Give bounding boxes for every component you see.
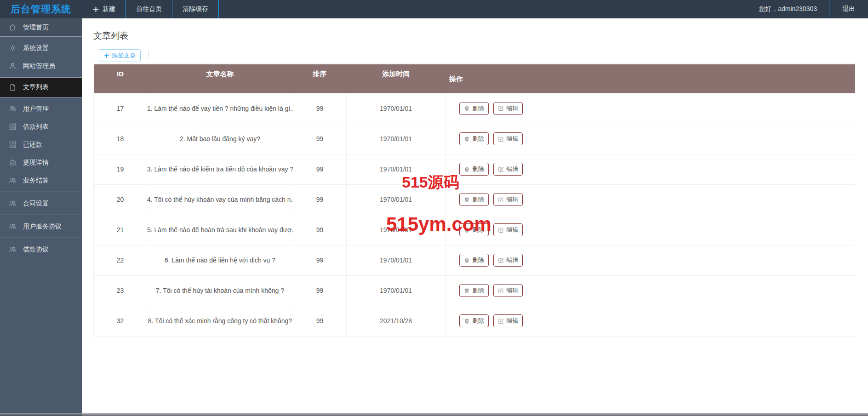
sidebar-item-repaid[interactable]: 已还款 [0,136,82,154]
sidebar-item-loan-agreement[interactable]: 借款协议 [0,240,82,258]
cell-sort: 99 [293,245,347,275]
edit-button[interactable]: 编辑 [493,284,523,297]
sidebar-item-label: 借款列表 [23,123,49,131]
delete-button[interactable]: 删除 [459,132,489,145]
sidebar-item-label: 用户服务协议 [23,222,62,231]
trash-icon [464,105,470,111]
cell-actions: 删除编辑 [445,154,855,184]
cell-sort: 99 [293,275,347,306]
sidebar-item-site-admin[interactable]: 网站管理员 [0,57,82,75]
edit-button[interactable]: 编辑 [493,102,523,115]
delete-button-label: 删除 [472,286,484,295]
delete-button[interactable]: 删除 [459,314,489,327]
delete-button[interactable]: 删除 [459,254,489,267]
delete-button-label: 删除 [472,195,484,204]
table-row: 237. Tôi có thể hủy tài khoản của mình k… [94,275,856,306]
cell-actions: 删除编辑 [445,184,855,215]
cell-id: 18 [94,124,147,154]
edit-button-label: 编辑 [506,317,518,325]
grid-icon [9,123,17,131]
edit-button[interactable]: 编辑 [493,223,523,236]
cell-title: 7. Tôi có thể hủy tài khoản của mình khô… [147,275,293,306]
delete-button-label: 删除 [472,317,484,325]
cell-date: 1970/01/01 [346,275,445,306]
trash-icon [464,197,470,203]
edit-button-label: 编辑 [506,256,518,264]
user-icon [9,62,17,70]
sidebar-item-article-list[interactable]: 文章列表 [0,78,82,97]
sidebar-item-contract-settings[interactable]: 合同设置 [0,194,82,212]
page-title: 文章列表 [93,30,855,48]
topnav-item-go-home[interactable]: 前往首页 [126,0,172,18]
cell-title: 6. Làm thế nào để liên hệ với dịch vụ ? [147,245,293,275]
edit-button[interactable]: 编辑 [493,163,523,176]
edit-icon [498,166,504,172]
delete-button[interactable]: 删除 [459,193,489,206]
cell-sort: 99 [293,154,347,184]
delete-button[interactable]: 删除 [459,223,489,236]
delete-button[interactable]: 删除 [459,163,489,176]
article-table: ID 文章名称 排序 添加时间 操作 171. Làm thế nào để v… [93,64,855,336]
cell-date: 1970/01/01 [346,245,445,275]
sidebar-nav: 管理首页系统设置网站管理员文章列表用户管理借款列表已还款提现详情业务结算合同设置… [0,18,82,261]
sidebar-item-admin-home[interactable]: 管理首页 [0,18,82,36]
table-row: 193. Làm thế nào để kiểm tra tiến độ của… [94,154,856,184]
sidebar-item-label: 已还款 [23,141,42,149]
home-icon [9,23,17,31]
header-sort: 排序 [293,64,347,93]
cell-id: 21 [94,215,147,245]
edit-icon [498,197,504,203]
sidebar-item-loan-list[interactable]: 借款列表 [0,118,82,136]
cell-title: 5. Làm thế nào để hoàn trả sau khi khoản… [147,215,293,245]
edit-button[interactable]: 编辑 [493,132,523,145]
trash-icon [464,166,470,172]
toolbar: 添加文章 [93,48,855,63]
sidebar-item-business-settlement[interactable]: 业务结算 [0,171,82,189]
cell-actions: 删除编辑 [445,275,855,306]
sidebar-item-withdrawal-details[interactable]: 提现详情 [0,154,82,171]
topnav-item-label: 前往首页 [136,5,162,13]
add-article-button[interactable]: 添加文章 [99,49,141,62]
delete-button-label: 删除 [472,135,484,143]
sidebar-item-system-settings[interactable]: 系统设置 [0,39,82,57]
table-row: 226. Làm thế nào để liên hệ với dịch vụ … [94,245,856,275]
edit-button-label: 编辑 [506,195,518,204]
cell-id: 23 [94,275,147,306]
trash-icon [464,136,470,142]
edit-button[interactable]: 编辑 [493,254,523,267]
edit-button[interactable]: 编辑 [493,314,523,327]
brand-logo[interactable]: 后台管理系统 [0,0,82,18]
window-bottom-edge [0,413,868,416]
file-icon [9,84,17,91]
users-icon [9,177,17,184]
cell-date: 1970/01/01 [346,215,445,245]
sidebar-group: 文章列表 [0,77,82,97]
topnav-item-clear-cache[interactable]: 清除缓存 [172,0,219,18]
delete-button-label: 删除 [472,226,484,234]
cell-date: 1970/01/01 [346,184,445,215]
sidebar-item-user-service-agreement[interactable]: 用户服务协议 [0,217,82,235]
topnav-item-new[interactable]: 新建 [82,0,126,18]
sidebar-group: 用户服务协议 [0,215,82,238]
cell-sort: 99 [293,215,347,245]
add-article-label: 添加文章 [112,51,136,60]
header-actions: 操作 [445,64,855,93]
delete-button[interactable]: 删除 [459,102,489,115]
cell-actions: 删除编辑 [445,245,855,275]
cell-actions: 删除编辑 [445,215,855,245]
sidebar-item-user-management[interactable]: 用户管理 [0,100,82,118]
table-row: 204. Tôi có thể hủy khoản vay của mình b… [94,184,856,215]
edit-button[interactable]: 编辑 [493,193,523,206]
edit-icon [498,257,504,263]
cell-sort: 99 [293,184,347,215]
sidebar-item-label: 用户管理 [23,105,49,113]
table-body: 171. Làm thế nào để vay tiền ? những điề… [94,93,856,336]
users-icon [9,222,17,230]
delete-button[interactable]: 删除 [459,284,489,297]
table-row: 215. Làm thế nào để hoàn trả sau khi kho… [94,215,856,245]
cell-actions: 删除编辑 [445,306,855,336]
edit-icon [498,318,504,324]
logout-button[interactable]: 退出 [829,0,868,18]
edit-icon [498,288,504,294]
header-article-name: 文章名称 [147,64,293,93]
